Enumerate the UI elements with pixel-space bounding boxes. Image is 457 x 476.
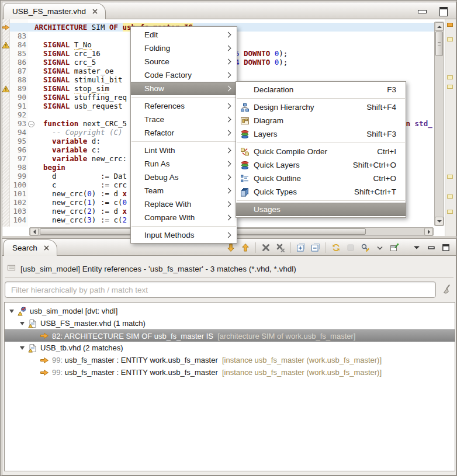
menu-item-show[interactable]: Show — [131, 82, 237, 95]
code-line[interactable]: variable d: — [34, 137, 101, 145]
tree-row[interactable]: 82: ARCHITECTURE SIM OF usb_fs_master IS… — [5, 329, 455, 342]
run-again-button[interactable] — [330, 241, 342, 254]
tree-row[interactable]: usb_sim_model [dvt: vhdl] — [5, 305, 455, 317]
submenu-arrow-icon — [226, 187, 231, 193]
menu-item-label: Team — [144, 186, 164, 195]
menu-item-quick-compile-order[interactable]: Quick Compile OrderCtrl+I — [236, 145, 406, 158]
menu-item-source[interactable]: Source — [131, 55, 237, 68]
expander-icon[interactable] — [20, 346, 25, 350]
tree-row[interactable]: 99: usb_fs_master : ENTITY work.usb_fs_m… — [5, 354, 455, 366]
show-previous-match-button[interactable] — [239, 241, 252, 254]
code-line[interactable]: new_crc(3) := c(2 — [34, 216, 127, 224]
close-icon[interactable] — [43, 245, 50, 251]
code-line[interactable]: SIGNAL stop_sim — [34, 84, 109, 93]
clear-filter-icon[interactable] — [441, 284, 452, 296]
maximize-button[interactable] — [439, 241, 452, 254]
menu-item-hotkey: Ctrl+O — [373, 174, 396, 183]
scroll-up-button[interactable] — [435, 22, 444, 31]
code-line[interactable]: variable new_crc: — [34, 154, 127, 163]
code-line[interactable]: SIGNAL T_No — [34, 40, 92, 49]
menu-item-refactor[interactable]: Refactor — [131, 126, 237, 140]
vertical-scroll-thumb[interactable] — [435, 32, 443, 56]
code-line[interactable]: SIGNAL master_oe — [34, 67, 113, 75]
menu-item-usages[interactable]: Usages — [236, 203, 406, 216]
code-line[interactable]: c := crc — [34, 180, 127, 189]
menu-item-quick-outline[interactable]: Quick OutlineCtrl+O — [236, 172, 406, 185]
menu-item-code-factory[interactable]: Code Factory — [131, 68, 237, 82]
menu-item-design-hierarchy[interactable]: Design HierarchyShift+F4 — [236, 100, 406, 114]
code-line[interactable]: begin — [34, 163, 65, 172]
scroll-right-button[interactable] — [424, 228, 433, 235]
scroll-left-button[interactable] — [30, 228, 39, 235]
expander-icon[interactable] — [9, 310, 14, 313]
code-line[interactable]: SIGNAL crc_165 DOWNTO 0); — [34, 49, 101, 58]
overview-marker[interactable] — [447, 175, 453, 179]
menu-item-references[interactable]: References — [131, 99, 237, 113]
overview-marker[interactable] — [447, 194, 453, 199]
submenu-arrow-icon — [226, 201, 231, 207]
editor-tabstrip: USB_FS_master.vhd — [2, 2, 456, 19]
view-menu-button[interactable] — [410, 241, 423, 254]
expander-icon[interactable] — [20, 322, 25, 325]
menu-item-diagram[interactable]: Diagram — [236, 114, 406, 127]
menu-item-input-methods[interactable]: Input Methods — [131, 228, 237, 242]
code-line[interactable]: SIGNAL stimuli_bit — [34, 75, 123, 84]
menu-item-edit[interactable]: Edit — [131, 28, 237, 41]
menu-item-quick-types[interactable]: Quick TypesShift+Ctrl+T — [236, 185, 406, 199]
vertical-scrollbar[interactable] — [434, 22, 444, 226]
overview-marker[interactable] — [447, 210, 453, 214]
overview-marker[interactable] — [447, 75, 453, 79]
filter-input[interactable] — [5, 282, 436, 298]
collapse-all-button[interactable] — [309, 241, 322, 254]
code-line[interactable]: SIGNAL crc_54 DOWNTO 0); — [34, 58, 96, 67]
menu-item-replace-with[interactable]: Replace With — [131, 197, 237, 211]
history-chevron-button[interactable] — [373, 241, 386, 254]
overview-marker[interactable] — [447, 23, 453, 27]
menu-item-run-as[interactable]: Run As — [131, 157, 237, 171]
menu-item-layers[interactable]: LayersShift+F3 — [236, 127, 406, 141]
code-line[interactable]: new_crc(2) := d x — [34, 207, 127, 216]
code-line[interactable]: new_crc(0) := d x — [34, 189, 127, 198]
scroll-down-button[interactable] — [435, 217, 444, 225]
submenu-arrow-icon — [226, 116, 231, 122]
match-arrow-icon — [40, 356, 50, 365]
menu-item-debug-as[interactable]: Debug As — [131, 171, 237, 184]
editor-tab[interactable]: USB_FS_master.vhd — [4, 3, 106, 19]
toolbar-separator — [326, 242, 326, 253]
maximize-button[interactable] — [439, 7, 448, 16]
overview-ruler[interactable] — [445, 19, 456, 236]
menu-item-declaration[interactable]: DeclarationF3 — [236, 83, 406, 96]
menu-item-compare-with[interactable]: Compare With — [131, 211, 237, 224]
overview-marker[interactable] — [447, 85, 453, 89]
menu-item-trace[interactable]: Trace — [131, 113, 237, 126]
menu-item-lint-with[interactable]: Lint With — [131, 144, 237, 157]
search-history-button[interactable] — [359, 241, 372, 254]
remove-all-matches-button[interactable] — [274, 241, 287, 254]
tree-row[interactable]: USB_FS_master.vhd (1 match) — [5, 317, 455, 329]
menu-item-hotkey: Shift+Ctrl+T — [354, 187, 396, 196]
code-line[interactable]: SIGNAL usb_request — [34, 102, 123, 110]
code-line[interactable]: variable c: — [34, 145, 101, 154]
remove-match-button[interactable] — [259, 241, 272, 254]
code-line[interactable]: function next_CRC_5rn std_ — [34, 119, 127, 128]
tree-row[interactable]: 99: usb_fs_master : ENTITY work.usb_fs_m… — [5, 366, 455, 378]
menu-item-team[interactable]: Team — [131, 184, 237, 197]
search-tab[interactable]: Search — [4, 239, 57, 256]
code-line[interactable]: -- Copyright (C) — [34, 128, 123, 137]
menu-item-folding[interactable]: Folding — [131, 41, 237, 55]
menu-item-label: Lint With — [144, 146, 175, 155]
code-line[interactable]: d := Dat — [34, 172, 127, 180]
overview-marker[interactable] — [447, 37, 453, 41]
tree-row-text: [architecture SIM of work.usb_fs_master] — [216, 332, 356, 341]
menu-item-label: Quick Types — [254, 187, 297, 196]
close-icon[interactable] — [92, 8, 98, 15]
menu-item-quick-layers[interactable]: Quick LayersShift+Ctrl+O — [236, 158, 406, 172]
code-line[interactable]: SIGNAL stuffing_req — [34, 93, 127, 102]
pin-view-button[interactable] — [388, 241, 401, 254]
tree-row[interactable]: USB_tb.vhd (2 matches) — [5, 342, 455, 354]
minimize-button[interactable] — [418, 10, 427, 13]
code-line[interactable]: new_crc(1) := c(0 — [34, 198, 127, 207]
minimize-button[interactable] — [425, 241, 438, 254]
match-arrow-icon — [40, 368, 50, 377]
expand-all-button[interactable] — [295, 241, 307, 254]
